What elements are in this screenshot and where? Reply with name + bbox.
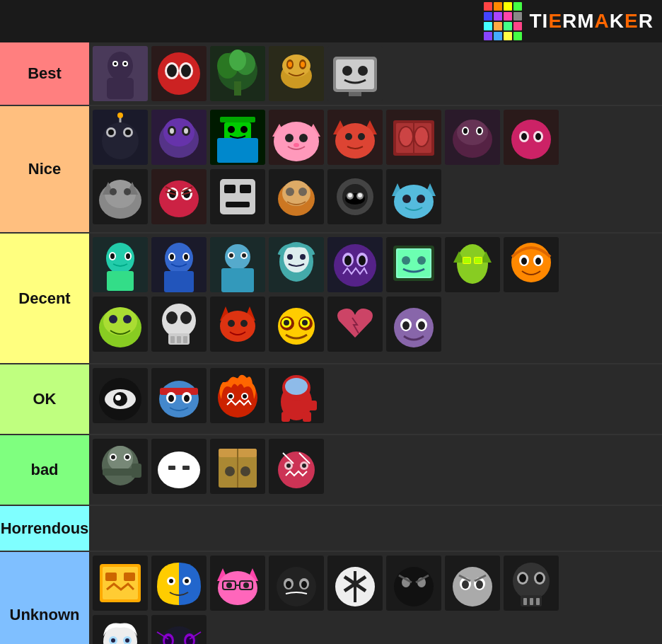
list-item[interactable] [92, 236, 149, 293]
list-item[interactable] [92, 614, 149, 644]
svg-point-277 [218, 571, 257, 605]
list-item[interactable] [385, 555, 442, 611]
svg-rect-104 [224, 185, 236, 193]
list-item[interactable] [503, 109, 559, 166]
list-item[interactable] [327, 236, 383, 293]
svg-rect-188 [170, 336, 175, 343]
svg-point-222 [168, 395, 174, 402]
list-item[interactable] [268, 296, 325, 352]
tier-list: Best [0, 42, 662, 644]
svg-point-314 [536, 574, 543, 582]
svg-point-203 [284, 320, 289, 326]
list-item[interactable] [151, 236, 207, 293]
list-item[interactable] [92, 438, 149, 495]
svg-point-139 [184, 254, 188, 260]
list-item[interactable] [92, 168, 149, 225]
list-item[interactable] [209, 367, 266, 424]
list-item[interactable] [327, 45, 383, 102]
svg-point-272 [169, 579, 173, 583]
list-item[interactable] [209, 168, 266, 225]
list-item[interactable] [385, 168, 442, 225]
list-item[interactable] [268, 367, 325, 424]
svg-point-33 [102, 122, 139, 159]
items-row [89, 506, 662, 512]
svg-point-254 [225, 466, 235, 476]
list-item[interactable] [327, 168, 383, 225]
svg-rect-31 [349, 92, 361, 96]
list-item[interactable] [151, 555, 207, 611]
list-item[interactable] [444, 236, 501, 293]
list-item[interactable] [385, 109, 442, 166]
list-item[interactable] [151, 438, 207, 495]
svg-point-125 [417, 195, 425, 203]
svg-point-242 [111, 455, 115, 459]
tiermaker-logo-text: Tiermaker [529, 10, 654, 33]
list-item[interactable] [503, 555, 559, 611]
list-item[interactable] [503, 236, 559, 293]
svg-point-163 [417, 256, 426, 265]
svg-point-150 [287, 254, 293, 260]
svg-point-6 [124, 62, 127, 65]
svg-point-187 [180, 311, 192, 324]
list-item[interactable] [209, 236, 266, 293]
logo-cell [504, 12, 512, 21]
list-item[interactable] [268, 236, 325, 293]
list-item[interactable] [327, 109, 383, 166]
logo-cell [484, 32, 492, 40]
list-item[interactable] [92, 296, 149, 352]
items-row [89, 293, 662, 355]
svg-point-207 [394, 308, 434, 347]
list-item[interactable] [268, 45, 325, 102]
list-item[interactable] [151, 45, 207, 102]
logo-cell [494, 2, 502, 11]
list-item[interactable] [385, 296, 442, 352]
svg-rect-105 [240, 185, 251, 193]
list-item[interactable] [444, 109, 501, 166]
svg-point-1 [108, 52, 133, 80]
header: Tiermaker [0, 0, 662, 42]
list-item[interactable] [209, 555, 266, 611]
list-item[interactable] [385, 236, 442, 293]
svg-point-322 [111, 638, 115, 643]
logo-cell [494, 22, 502, 30]
svg-point-51 [228, 126, 235, 133]
svg-point-182 [123, 315, 132, 323]
list-item[interactable] [151, 296, 207, 352]
svg-point-273 [185, 579, 189, 583]
logo-cell [513, 2, 522, 11]
svg-point-301 [453, 567, 492, 606]
list-item[interactable] [209, 109, 266, 166]
list-item[interactable] [92, 555, 149, 611]
list-item[interactable] [444, 555, 501, 611]
svg-rect-142 [221, 268, 254, 292]
svg-point-181 [109, 315, 117, 323]
list-item[interactable] [327, 296, 383, 352]
list-item[interactable] [151, 614, 207, 644]
svg-rect-170 [463, 258, 470, 263]
list-item[interactable] [268, 438, 325, 495]
list-item[interactable] [151, 168, 207, 225]
svg-point-180 [103, 307, 137, 335]
svg-point-216 [115, 395, 121, 401]
list-item[interactable] [268, 109, 325, 166]
svg-point-37 [125, 130, 131, 135]
svg-point-305 [476, 580, 483, 589]
svg-point-165 [457, 244, 488, 284]
list-item[interactable] [209, 438, 266, 495]
list-item[interactable] [209, 296, 266, 352]
svg-point-78 [477, 128, 482, 134]
svg-point-288 [301, 581, 307, 588]
list-item[interactable] [268, 168, 325, 225]
svg-point-119 [358, 193, 362, 197]
svg-rect-268 [124, 573, 135, 581]
list-item[interactable] [209, 45, 266, 102]
logo-cell [504, 32, 512, 40]
list-item[interactable] [92, 109, 149, 166]
list-item[interactable] [92, 367, 149, 424]
list-item[interactable] [151, 109, 207, 166]
list-item[interactable] [151, 367, 207, 424]
list-item[interactable] [268, 555, 325, 611]
svg-point-313 [519, 574, 526, 582]
list-item[interactable] [92, 45, 149, 102]
list-item[interactable] [327, 555, 383, 611]
